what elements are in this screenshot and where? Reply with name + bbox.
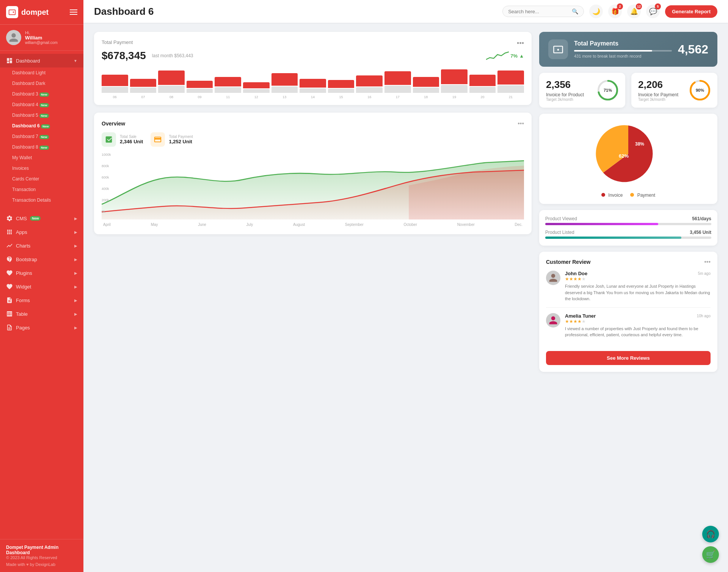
sidebar-item-widget[interactable]: Widget ▶ bbox=[0, 280, 83, 293]
grey-bar bbox=[130, 88, 157, 93]
bell-notification-button[interactable]: 🔔 12 bbox=[627, 5, 641, 18]
submenu-transaction-details[interactable]: Transaction Details bbox=[0, 195, 83, 205]
search-box[interactable]: 🔍 bbox=[502, 6, 584, 17]
pie-chart: 62% 38% bbox=[590, 120, 666, 188]
customer-review-card: Customer Review ••• John Doe bbox=[539, 252, 717, 372]
payment-legend-dot bbox=[630, 193, 634, 197]
submenu-dashboard-dark[interactable]: Dashboard Dark bbox=[0, 78, 83, 89]
sidebar-item-bootstrap[interactable]: Bootstrap ▶ bbox=[0, 252, 83, 266]
bar-label-text: 15 bbox=[328, 95, 355, 99]
sidebar-item-plugins[interactable]: Plugins ▶ bbox=[0, 266, 83, 280]
sidebar-item-cms[interactable]: CMS New ▶ bbox=[0, 212, 83, 225]
total-payment-more[interactable]: ••• bbox=[517, 39, 524, 47]
product-stats-card: Product Viewed 561/days Product Listed 3… bbox=[539, 210, 717, 246]
message-notification-button[interactable]: 💬 5 bbox=[646, 5, 660, 18]
bar-label-text: 06 bbox=[102, 95, 128, 99]
reviewer-2-name: Amelia Tuner bbox=[565, 313, 596, 319]
bar-group bbox=[215, 77, 241, 93]
red-bar bbox=[271, 73, 298, 86]
float-support-button[interactable]: 🎧 bbox=[702, 526, 719, 542]
generate-report-button[interactable]: Generate Report bbox=[665, 5, 717, 18]
bar-group bbox=[243, 82, 270, 93]
submenu-dashboard-3[interactable]: Dashboard 3 New bbox=[0, 89, 83, 99]
grey-bar bbox=[215, 87, 241, 93]
invoice-product-target: Target 3k/month bbox=[546, 97, 584, 102]
search-input[interactable] bbox=[508, 9, 569, 14]
sale-icon bbox=[105, 135, 113, 144]
submenu-cards-center[interactable]: Cards Center bbox=[0, 174, 83, 184]
total-payments-bar-fill bbox=[574, 50, 652, 52]
submenu-dashboard-5[interactable]: Dashboard 5 New bbox=[0, 110, 83, 121]
overview-more[interactable]: ••• bbox=[518, 120, 524, 127]
product-listed-title: Product Listed bbox=[545, 230, 574, 235]
footer-copy: © 2023 All Rights Reserved bbox=[6, 555, 77, 560]
reviewer-1-text: Friendly service Josh, Lunar and everyon… bbox=[565, 283, 711, 302]
product-listed-bar bbox=[545, 237, 711, 239]
red-bar bbox=[384, 71, 411, 85]
sidebar-item-charts[interactable]: Charts ▶ bbox=[0, 239, 83, 252]
grey-bar bbox=[356, 87, 383, 93]
reviewer-1-avatar-icon bbox=[548, 273, 558, 283]
sidebar-item-pages[interactable]: Pages ▶ bbox=[0, 321, 83, 334]
bar-label-text: 19 bbox=[441, 95, 468, 99]
heart-icon: ♥ bbox=[26, 562, 29, 567]
submenu-dashboard-6[interactable]: Dashboard 6 New bbox=[0, 121, 83, 131]
moon-icon: 🌙 bbox=[592, 8, 600, 16]
product-viewed-stat: Product Viewed 561/days bbox=[545, 216, 711, 225]
left-column: Total Payment ••• $678,345 last month $5… bbox=[94, 32, 532, 234]
grey-bar bbox=[441, 85, 468, 93]
sidebar-item-apps[interactable]: Apps ▶ bbox=[0, 225, 83, 239]
grey-bar bbox=[384, 86, 411, 93]
review-more[interactable]: ••• bbox=[704, 259, 711, 265]
bar-label-text: 09 bbox=[187, 95, 213, 99]
bar-group bbox=[187, 81, 213, 93]
area-chart bbox=[102, 151, 524, 219]
float-cart-button[interactable]: 🛒 bbox=[702, 546, 719, 563]
total-payments-blue-icon bbox=[548, 39, 568, 59]
user-email: william@gmail.com bbox=[25, 41, 58, 45]
reviewer-1-stars: ★★★★★ bbox=[565, 276, 711, 282]
pie-chart-area: 62% 38% Invoice Payment bbox=[539, 114, 717, 204]
submenu-invoices[interactable]: Invoices bbox=[0, 163, 83, 174]
logo-area: dompet bbox=[6, 6, 49, 18]
invoice-legend: Invoice bbox=[601, 193, 623, 198]
submenu-transaction[interactable]: Transaction bbox=[0, 184, 83, 195]
invoice-payment-card: 2,206 Invoice for Payment Target 3k/mont… bbox=[631, 73, 717, 108]
user-avatar-icon bbox=[8, 32, 19, 43]
trend-line-chart bbox=[486, 50, 509, 61]
total-sale-value: 2,346 Unit bbox=[120, 139, 143, 144]
total-payment-card: Total Payment ••• $678,345 last month $5… bbox=[94, 32, 532, 105]
submenu-dashboard-8[interactable]: Dashboard 8 New bbox=[0, 142, 83, 152]
sidebar-item-forms[interactable]: Forms ▶ bbox=[0, 293, 83, 307]
apps-label: Apps bbox=[16, 229, 27, 235]
sidebar-item-table[interactable]: Table ▶ bbox=[0, 307, 83, 321]
dark-mode-button[interactable]: 🌙 bbox=[589, 5, 603, 18]
bar-label-text: 21 bbox=[497, 95, 524, 99]
bar-group bbox=[356, 75, 383, 93]
sidebar-item-dashboard-label: Dashboard bbox=[16, 58, 40, 64]
total-payments-bar bbox=[574, 50, 672, 52]
bar-group bbox=[384, 71, 411, 93]
red-bar bbox=[243, 82, 270, 88]
user-info: Hi, William william@gmail.com bbox=[25, 30, 58, 45]
red-bar bbox=[300, 79, 326, 88]
product-viewed-value: 561/days bbox=[692, 216, 711, 221]
sidebar-item-dashboard[interactable]: Dashboard ▼ bbox=[0, 54, 83, 67]
bar-label-text: 20 bbox=[469, 95, 496, 99]
invoice-payment-number: 2,206 bbox=[638, 79, 678, 91]
cms-badge: New bbox=[30, 216, 41, 221]
gift-notification-button[interactable]: 🎁 2 bbox=[608, 5, 622, 18]
footer-made: Made with bbox=[6, 562, 25, 567]
see-more-reviews-button[interactable]: See More Reviews bbox=[546, 351, 711, 365]
submenu-dashboard-light[interactable]: Dashboard Light bbox=[0, 67, 83, 78]
bar-group bbox=[328, 80, 355, 93]
submenu-dashboard-4[interactable]: Dashboard 4 New bbox=[0, 99, 83, 110]
invoice-row: 2,356 Invoice for Product Target 3k/mont… bbox=[539, 73, 717, 108]
submenu-my-wallet[interactable]: My Wallet bbox=[0, 152, 83, 163]
dashboard-submenu: Dashboard Light Dashboard Dark Dashboard… bbox=[0, 67, 83, 205]
right-column: Total Payments 431 more to break last mo… bbox=[539, 32, 717, 372]
hamburger-button[interactable] bbox=[70, 9, 77, 15]
submenu-dashboard-7[interactable]: Dashboard 7 New bbox=[0, 131, 83, 142]
review-item-1: John Doe 5m ago ★★★★★ Friendly service J… bbox=[546, 271, 711, 308]
invoice-payment-label: Invoice for Payment bbox=[638, 92, 678, 97]
